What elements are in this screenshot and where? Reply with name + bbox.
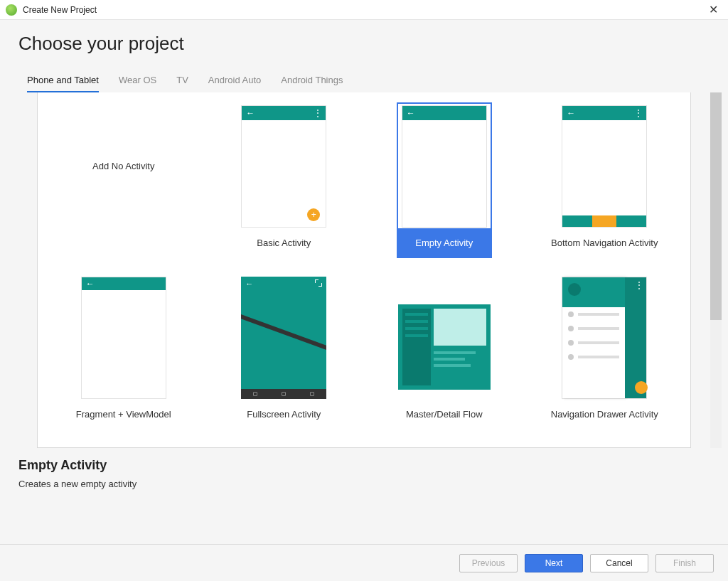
template-fullscreen-activity[interactable]: ← Fullscreen Activity bbox=[204, 270, 365, 442]
fab-icon: + bbox=[307, 208, 320, 221]
previous-button[interactable]: Previous bbox=[459, 554, 518, 572]
template-grid: Add No Activity ←⋮ + Basic Activity bbox=[38, 92, 690, 447]
template-add-no-activity[interactable]: Add No Activity bbox=[43, 98, 204, 270]
template-label: Master/Detail Flow bbox=[398, 400, 491, 429]
template-grid-viewport: Add No Activity ←⋮ + Basic Activity bbox=[37, 92, 691, 448]
template-grid-container: Add No Activity ←⋮ + Basic Activity bbox=[18, 92, 710, 448]
template-label: Navigation Drawer Activity bbox=[548, 400, 661, 429]
description-title: Empty Activity bbox=[18, 458, 710, 473]
template-navigation-drawer-activity[interactable]: ⋮ Navigation Drawer Activity bbox=[525, 270, 685, 442]
template-basic-activity[interactable]: ←⋮ + Basic Activity bbox=[204, 98, 365, 270]
titlebar: Create New Project ✕ bbox=[0, 0, 728, 20]
fullscreen-icon bbox=[315, 279, 322, 287]
bottom-nav-thumb: ←⋮ bbox=[562, 105, 647, 228]
tab-tv[interactable]: TV bbox=[176, 75, 188, 92]
tab-phone-and-tablet[interactable]: Phone and Tablet bbox=[27, 75, 99, 92]
dialog-header: Choose your project bbox=[0, 20, 728, 62]
template-label: Bottom Navigation Activity bbox=[548, 228, 660, 257]
basic-activity-thumb: ←⋮ + bbox=[241, 105, 326, 228]
master-detail-thumb bbox=[398, 304, 491, 390]
back-arrow-icon: ← bbox=[567, 108, 575, 118]
template-fragment-viewmodel[interactable]: ← Fragment + ViewModel bbox=[43, 270, 204, 442]
dialog-footer: Previous Next Cancel Finish bbox=[0, 544, 728, 581]
tab-bar: Phone and Tablet Wear OS TV Android Auto… bbox=[0, 62, 728, 92]
close-icon[interactable]: ✕ bbox=[705, 4, 722, 16]
template-empty-activity[interactable]: ← Empty Activity bbox=[364, 98, 525, 270]
template-master-detail-flow[interactable]: Master/Detail Flow bbox=[364, 270, 525, 442]
overflow-icon: ⋮ bbox=[634, 108, 642, 118]
page-title: Choose your project bbox=[18, 33, 710, 55]
fragment-viewmodel-thumb: ← bbox=[81, 277, 166, 399]
fullscreen-activity-thumb: ← bbox=[241, 277, 326, 399]
window-title: Create New Project bbox=[23, 5, 705, 15]
template-label: Fullscreen Activity bbox=[237, 400, 330, 429]
template-label: Empty Activity bbox=[398, 228, 491, 257]
description-text: Creates a new empty activity bbox=[18, 479, 710, 489]
fab-icon bbox=[635, 381, 648, 394]
template-description: Empty Activity Creates a new empty activ… bbox=[0, 448, 728, 544]
next-button[interactable]: Next bbox=[525, 554, 583, 572]
scrollbar-thumb[interactable] bbox=[710, 92, 722, 320]
empty-activity-thumb: ← bbox=[402, 105, 487, 228]
finish-button[interactable]: Finish bbox=[655, 554, 714, 572]
template-label: Basic Activity bbox=[237, 228, 330, 257]
navigation-drawer-thumb: ⋮ bbox=[562, 277, 647, 399]
tab-android-things[interactable]: Android Things bbox=[281, 75, 343, 92]
android-studio-icon bbox=[6, 4, 17, 16]
add-no-activity-thumb: Add No Activity bbox=[81, 105, 166, 228]
template-bottom-navigation-activity[interactable]: ←⋮ Bottom Navigation Activity bbox=[525, 98, 685, 270]
back-arrow-icon: ← bbox=[407, 108, 415, 118]
tab-android-auto[interactable]: Android Auto bbox=[208, 75, 261, 92]
back-arrow-icon: ← bbox=[246, 108, 255, 118]
template-label: Fragment + ViewModel bbox=[73, 400, 174, 429]
avatar-icon bbox=[568, 283, 581, 296]
tab-wear-os[interactable]: Wear OS bbox=[119, 75, 156, 92]
back-arrow-icon: ← bbox=[86, 279, 95, 289]
cancel-button[interactable]: Cancel bbox=[590, 554, 648, 572]
dialog-window: Create New Project ✕ Choose your project… bbox=[0, 0, 728, 581]
overflow-icon: ⋮ bbox=[635, 280, 643, 290]
template-label bbox=[77, 228, 170, 257]
overflow-icon: ⋮ bbox=[314, 108, 321, 118]
